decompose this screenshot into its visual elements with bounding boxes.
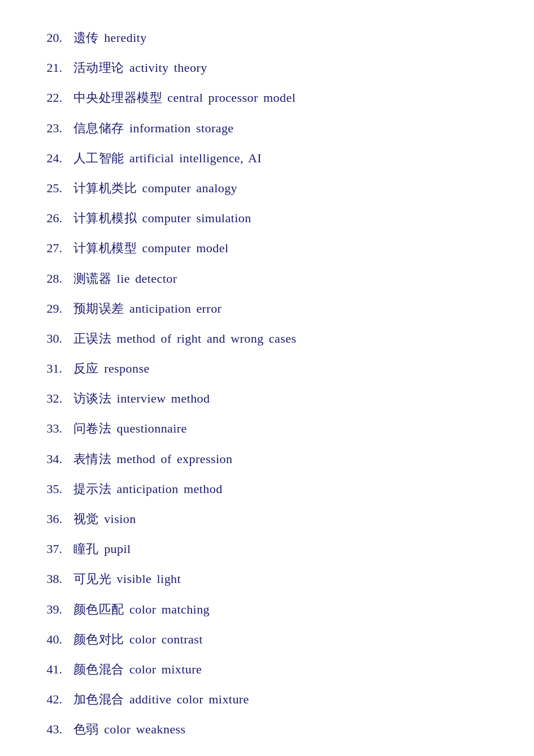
chinese-term: 计算机模拟	[73, 211, 137, 225]
item-text: 测谎器 lie detector	[73, 269, 177, 288]
item-text: 可见光 visible light	[73, 569, 181, 589]
item-number: 22.	[34, 88, 73, 107]
item-number: 27.	[34, 238, 73, 258]
list-item: 25.计算机类比 computer analogy	[34, 173, 500, 203]
english-term: response	[104, 361, 150, 375]
english-term: color matching	[129, 602, 210, 616]
english-term: computer simulation	[142, 211, 251, 225]
item-text: 视觉 vision	[73, 509, 136, 529]
list-item: 36.视觉 vision	[34, 504, 500, 534]
item-text: 颜色对比 color contrast	[73, 629, 203, 649]
chinese-term: 视觉	[73, 512, 99, 526]
list-item: 20.遗传 heredity	[34, 23, 500, 53]
list-item: 33.问卷法 questionnaire	[34, 413, 500, 443]
list-item: 32.访谈法 interview method	[34, 383, 500, 413]
english-term: additive color mixture	[129, 692, 249, 706]
chinese-term: 正误法	[73, 331, 111, 345]
english-term: method of right and wrong cases	[117, 331, 297, 345]
list-item: 42.加色混合 additive color mixture	[34, 684, 500, 714]
english-term: method of expression	[117, 452, 233, 466]
english-term: computer analogy	[142, 181, 237, 195]
item-text: 提示法 anticipation method	[73, 479, 223, 499]
item-number: 33.	[34, 418, 73, 438]
item-text: 计算机模型 computer model	[73, 238, 228, 258]
list-item: 22.中央处理器模型 central processor model	[34, 83, 500, 113]
item-text: 加色混合 additive color mixture	[73, 689, 249, 709]
english-term: vision	[104, 512, 136, 526]
item-text: 预期误差 anticipation error	[73, 299, 222, 318]
item-text: 表情法 method of expression	[73, 449, 232, 469]
item-number: 37.	[34, 539, 73, 559]
item-number: 25.	[34, 178, 73, 198]
item-number: 34.	[34, 449, 73, 469]
english-term: color weakness	[104, 722, 185, 736]
chinese-term: 提示法	[73, 482, 111, 496]
item-text: 遗传 heredity	[73, 28, 147, 47]
chinese-term: 遗传	[73, 31, 99, 45]
item-number: 26.	[34, 208, 73, 228]
item-number: 40.	[34, 629, 73, 649]
chinese-term: 颜色对比	[73, 632, 124, 646]
item-text: 问卷法 questionnaire	[73, 418, 187, 438]
chinese-term: 加色混合	[73, 692, 124, 706]
item-number: 36.	[34, 509, 73, 529]
item-text: 中央处理器模型 central processor model	[73, 88, 296, 107]
english-term: visible light	[117, 572, 181, 586]
chinese-term: 测谎器	[73, 271, 111, 286]
item-text: 计算机类比 computer analogy	[73, 178, 237, 198]
item-text: 反应 response	[73, 358, 150, 378]
chinese-term: 色弱	[73, 722, 99, 736]
vocabulary-list: 20.遗传 heredity21.活动理论 activity theory22.…	[34, 23, 500, 745]
chinese-term: 瞳孔	[73, 542, 99, 556]
item-number: 39.	[34, 599, 73, 619]
item-number: 20.	[34, 28, 73, 47]
item-text: 色弱 color weakness	[73, 719, 186, 739]
list-item: 30.正误法 method of right and wrong cases	[34, 323, 500, 353]
list-item: 21.活动理论 activity theory	[34, 53, 500, 83]
chinese-term: 计算机类比	[73, 181, 137, 195]
list-item: 27.计算机模型 computer model	[34, 233, 500, 263]
list-item: 31.反应 response	[34, 353, 500, 383]
item-number: 23.	[34, 118, 73, 138]
chinese-term: 信息储存	[73, 121, 124, 135]
chinese-term: 中央处理器模型	[73, 90, 162, 105]
item-number: 32.	[34, 388, 73, 408]
item-number: 41.	[34, 659, 73, 679]
item-text: 活动理论 activity theory	[73, 58, 207, 77]
english-term: lie detector	[117, 271, 177, 286]
item-number: 24.	[34, 148, 73, 168]
chinese-term: 反应	[73, 361, 99, 375]
item-number: 28.	[34, 269, 73, 288]
english-term: activity theory	[129, 61, 207, 75]
english-term: information storage	[129, 121, 234, 135]
list-item: 35.提示法 anticipation method	[34, 474, 500, 504]
list-item: 38.可见光 visible light	[34, 564, 500, 594]
english-term: color mixture	[129, 662, 202, 676]
list-item: 41.颜色混合 color mixture	[34, 654, 500, 684]
list-item: 24.人工智能 artificial intelligence, AI	[34, 143, 500, 173]
chinese-term: 颜色匹配	[73, 602, 124, 616]
english-term: anticipation error	[129, 301, 222, 316]
english-term: pupil	[104, 542, 131, 556]
list-item: 39.颜色匹配 color matching	[34, 594, 500, 624]
english-term: interview method	[117, 391, 210, 405]
item-text: 颜色匹配 color matching	[73, 599, 210, 619]
list-item: 28.测谎器 lie detector	[34, 263, 500, 293]
english-term: color contrast	[129, 632, 203, 646]
item-text: 正误法 method of right and wrong cases	[73, 329, 296, 348]
english-term: computer model	[142, 241, 228, 255]
chinese-term: 活动理论	[73, 61, 124, 75]
item-text: 计算机模拟 computer simulation	[73, 208, 251, 228]
item-number: 31.	[34, 358, 73, 378]
item-number: 38.	[34, 569, 73, 589]
list-item: 43.色弱 color weakness	[34, 714, 500, 744]
list-item: 40.颜色对比 color contrast	[34, 624, 500, 654]
chinese-term: 预期误差	[73, 301, 124, 316]
list-item: 23.信息储存 information storage	[34, 113, 500, 143]
english-term: questionnaire	[117, 421, 187, 435]
item-text: 访谈法 interview method	[73, 388, 210, 408]
english-term: central processor model	[167, 90, 296, 105]
item-number: 42.	[34, 689, 73, 709]
list-item: 26.计算机模拟 computer simulation	[34, 203, 500, 233]
chinese-term: 计算机模型	[73, 241, 137, 255]
